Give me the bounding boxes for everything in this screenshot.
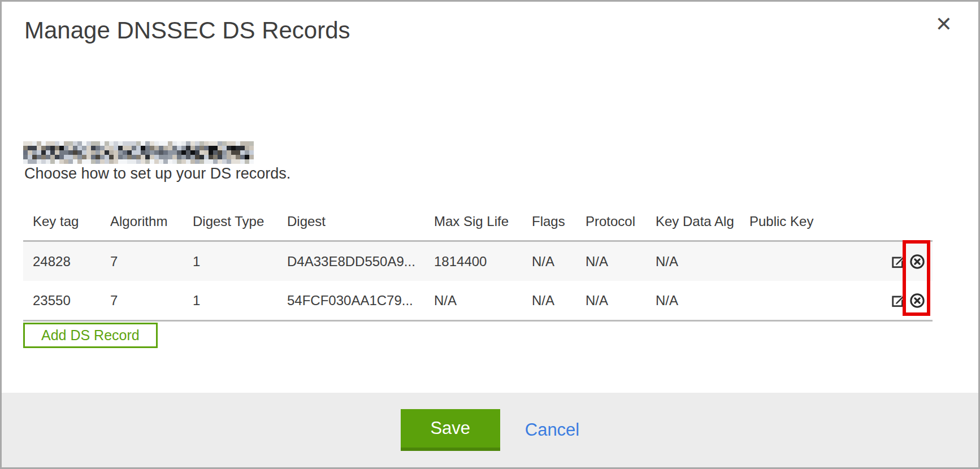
row-actions (891, 293, 933, 309)
table-header-row: Key tag Algorithm Digest Type Digest Max… (23, 211, 933, 240)
cell-digest-type: 1 (193, 254, 287, 270)
save-button[interactable]: Save (401, 409, 500, 451)
cancel-link[interactable]: Cancel (525, 420, 580, 440)
header-key-data-alg: Key Data Alg (656, 214, 749, 229)
cell-protocol: N/A (586, 293, 656, 309)
header-public-key: Public Key (749, 214, 933, 229)
header-flags: Flags (532, 214, 586, 229)
table-row: 23550 7 1 54FCF030AA1C79... N/A N/A N/A … (23, 281, 933, 320)
header-digest-type: Digest Type (193, 214, 287, 229)
cell-key-data-alg: N/A (656, 293, 749, 309)
dnssec-modal: Manage DNSSEC DS Records ✕ Choose how to… (0, 0, 980, 469)
cell-algorithm: 7 (110, 293, 193, 309)
redacted-domain-name (23, 141, 254, 164)
edit-record-button[interactable] (891, 293, 907, 309)
modal-title: Manage DNSSEC DS Records (24, 18, 350, 44)
add-ds-record-button[interactable]: Add DS Record (23, 323, 158, 348)
header-digest: Digest (287, 214, 434, 229)
table-row: 24828 7 1 D4A33E8DD550A9... 1814400 N/A … (23, 242, 933, 281)
cell-digest-type: 1 (193, 293, 287, 309)
cell-max-sig-life: 1814400 (434, 254, 532, 270)
cell-flags: N/A (532, 293, 586, 309)
delete-record-button[interactable] (909, 293, 925, 309)
cell-protocol: N/A (586, 254, 656, 270)
header-algorithm: Algorithm (110, 214, 193, 229)
header-protocol: Protocol (586, 214, 656, 229)
delete-record-button[interactable] (909, 254, 925, 270)
cell-max-sig-life: N/A (434, 293, 532, 309)
ds-records-table: Key tag Algorithm Digest Type Digest Max… (23, 211, 933, 322)
cell-algorithm: 7 (110, 254, 193, 270)
cell-key-tag: 24828 (23, 254, 110, 270)
edit-record-button[interactable] (891, 254, 907, 270)
header-key-tag: Key tag (23, 214, 110, 229)
cell-key-data-alg: N/A (656, 254, 749, 270)
modal-footer: Save Cancel (2, 393, 978, 467)
cell-key-tag: 23550 (23, 293, 110, 309)
row-actions (891, 254, 933, 270)
cell-flags: N/A (532, 254, 586, 270)
table-body: 24828 7 1 D4A33E8DD550A9... 1814400 N/A … (23, 240, 933, 322)
cell-digest: 54FCF030AA1C79... (287, 293, 434, 309)
cell-digest: D4A33E8DD550A9... (287, 254, 434, 270)
close-icon[interactable]: ✕ (935, 14, 952, 34)
header-max-sig-life: Max Sig Life (434, 214, 532, 229)
instruction-text: Choose how to set up your DS records. (24, 165, 290, 183)
